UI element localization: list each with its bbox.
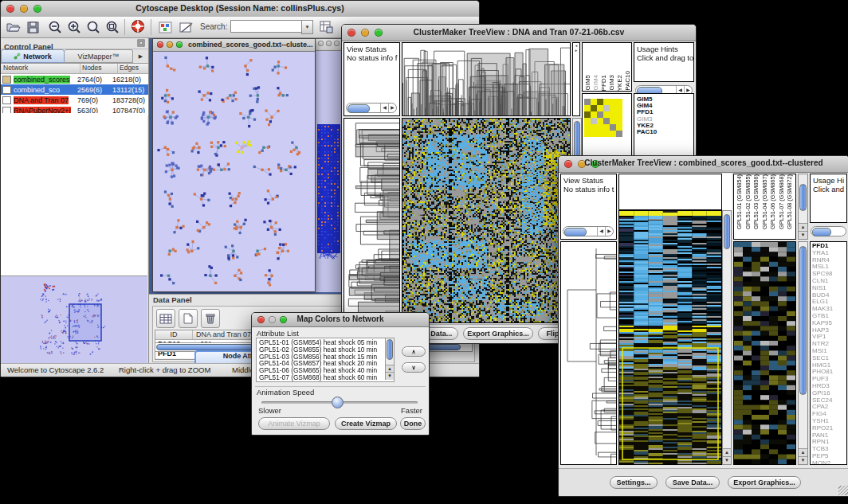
matrix-cell[interactable]	[603, 99, 610, 105]
network-table-row[interactable]: combined_scores2764(0)16218(0)	[1, 74, 148, 84]
w2-labels-vscrollbar[interactable]: ▲ ▼	[798, 174, 808, 240]
matrix-cell[interactable]	[603, 124, 610, 131]
network-name-cell[interactable]: combined_scores	[1, 76, 77, 84]
matrix-cell[interactable]	[610, 131, 616, 137]
open-file-icon[interactable]	[6, 19, 22, 35]
matrix-cell[interactable]	[610, 111, 616, 118]
background-network-frame[interactable]	[315, 38, 344, 291]
settings-button[interactable]: Settings...	[610, 476, 658, 489]
w1-row-label[interactable]: PAC10	[637, 129, 693, 135]
frame-close-button[interactable]	[318, 41, 324, 46]
correlation-matrix[interactable]	[584, 99, 622, 137]
scroll-right-icon[interactable]: ▶	[605, 227, 613, 236]
zoom-out-icon[interactable]	[47, 19, 63, 35]
w2-column-label[interactable]: GPL51-03 (GSM856)	[752, 174, 760, 229]
create-vizmap-button[interactable]: Create Vizmap	[335, 417, 397, 430]
w2-column-label[interactable]: GPL51-01 (GSM854)	[736, 174, 744, 229]
w2-column-label[interactable]: GPL51-06 (GSM865)	[769, 174, 777, 229]
scrollbar-thumb[interactable]	[564, 228, 587, 236]
col-header-nodes[interactable]: Nodes	[80, 64, 118, 73]
dialog-titlebar[interactable]: Map Colors to Network	[252, 313, 429, 327]
gene-label[interactable]: MON2	[811, 460, 846, 465]
matrix-cell[interactable]	[603, 131, 610, 137]
matrix-cell[interactable]	[616, 99, 622, 105]
zoom-fit-icon[interactable]	[85, 19, 101, 35]
matrix-cell[interactable]	[584, 99, 591, 105]
save-icon[interactable]	[25, 19, 41, 35]
scroll-left-icon[interactable]: ◀	[380, 104, 388, 112]
frame-minimize-button[interactable]	[326, 41, 332, 46]
background-frame-titlebar[interactable]	[316, 39, 344, 51]
matrix-cell[interactable]	[584, 124, 591, 131]
matrix-cell[interactable]	[610, 118, 616, 124]
scroll-down-icon[interactable]: ▼	[799, 231, 807, 239]
matrix-cell[interactable]	[584, 118, 591, 124]
matrix-cell[interactable]	[591, 131, 597, 137]
w2-global-heatmap[interactable]	[618, 210, 722, 465]
w1-column-label[interactable]: PAC10	[624, 71, 631, 91]
network-canvas[interactable]	[153, 52, 313, 291]
network-frame-titlebar[interactable]: combined_scores_good.txt--cluste...	[153, 39, 315, 52]
attribute-list[interactable]: GPL51-01 (GSM854) heat shock 05 minGPL51…	[256, 338, 395, 382]
scrollbar-thumb[interactable]	[799, 246, 807, 395]
w1-row-dendrogram[interactable]	[344, 118, 400, 323]
w1-status-scrollbar[interactable]: ◀▶	[346, 103, 397, 113]
attribute-list-scrollbar[interactable]: ▲ ▼	[385, 338, 394, 380]
matrix-cell[interactable]	[610, 99, 616, 105]
scroll-right-icon[interactable]: ▶	[388, 104, 396, 112]
node-appearance-icon[interactable]	[157, 19, 173, 35]
help-lifering-icon[interactable]	[130, 18, 146, 34]
frame-zoom-button[interactable]	[176, 41, 183, 48]
scroll-left-icon[interactable]: ◀	[597, 227, 605, 236]
w2-heatmap-vscrollbar[interactable]: ▲ ▼	[722, 210, 732, 465]
attribute-list-item[interactable]: GPL51-07 (GSM868) heat shock 60 min	[257, 374, 384, 381]
tab-vizmapper[interactable]: VizMapper™	[65, 49, 133, 63]
tab-network[interactable]: Network	[1, 49, 65, 63]
resize-grip[interactable]	[838, 486, 848, 495]
matrix-cell[interactable]	[616, 118, 622, 124]
w1-column-label[interactable]: GIM4	[592, 75, 599, 91]
matrix-cell[interactable]	[610, 124, 616, 131]
network-name-cell[interactable]: combined_sco	[1, 86, 77, 94]
scrollbar-thumb[interactable]	[347, 104, 370, 113]
matrix-cell[interactable]	[616, 131, 622, 137]
move-attribute-down-button[interactable]: ∨	[402, 362, 426, 373]
export-graphics-button[interactable]: Export Graphics...	[463, 327, 533, 340]
matrix-cell[interactable]	[616, 124, 622, 131]
w2-status-scrollbar[interactable]: ◀▶	[563, 226, 614, 236]
scroll-down-icon[interactable]: ▼	[799, 456, 807, 464]
w2-usage-scrollbar[interactable]	[811, 226, 846, 236]
w1-titlebar[interactable]: ClusterMaker TreeView : DNA and Tran 07-…	[342, 25, 696, 41]
zoom-selected-icon[interactable]	[104, 19, 120, 35]
scroll-up-icon[interactable]: ▲	[799, 448, 807, 456]
done-button[interactable]: Done	[400, 417, 426, 430]
main-titlebar[interactable]: Cytoscape Desktop (Session Name: collins…	[1, 1, 479, 18]
w2-column-label[interactable]: GPL51-08 (GSM872)	[786, 174, 794, 229]
matrix-cell[interactable]	[591, 111, 597, 118]
w1-column-label[interactable]: PFD1	[600, 75, 607, 91]
w2-gene-list[interactable]: PFD1YRA1RNR4MSL1SPC98CLN1NIS1BUD4ELG1MAK…	[810, 241, 847, 465]
select-attributes-icon[interactable]	[156, 309, 175, 328]
w2-gene-vscrollbar[interactable]: ▲ ▼	[798, 241, 808, 465]
matrix-cell[interactable]	[603, 105, 610, 111]
matrix-cell[interactable]	[597, 111, 603, 118]
w2-titlebar[interactable]: ClusterMaker TreeView : combined_scores_…	[559, 156, 848, 173]
matrix-cell[interactable]	[584, 131, 591, 137]
matrix-cell[interactable]	[584, 105, 591, 111]
network-table-row[interactable]: combined_sco2569(6)13112(15)	[1, 84, 148, 95]
matrix-cell[interactable]	[603, 118, 610, 124]
frame-zoom-button[interactable]	[334, 41, 340, 46]
scrollbar-thumb[interactable]	[812, 228, 831, 236]
matrix-cell[interactable]	[591, 99, 597, 105]
matrix-cell[interactable]	[603, 111, 610, 118]
matrix-cell[interactable]	[616, 111, 622, 118]
tab-scroll-arrow[interactable]: ▶	[133, 49, 148, 63]
matrix-cell[interactable]	[616, 105, 622, 111]
w2-row-dendrogram[interactable]	[560, 241, 617, 465]
w1-column-label[interactable]: YKE2	[616, 75, 623, 91]
table-import-icon[interactable]	[318, 19, 334, 35]
w1-column-label[interactable]: GIM3	[608, 75, 615, 91]
w1-heatmap[interactable]	[402, 118, 571, 323]
matrix-cell[interactable]	[591, 105, 597, 111]
w2-column-label[interactable]: GPL51-04 (GSM857)	[761, 174, 769, 229]
